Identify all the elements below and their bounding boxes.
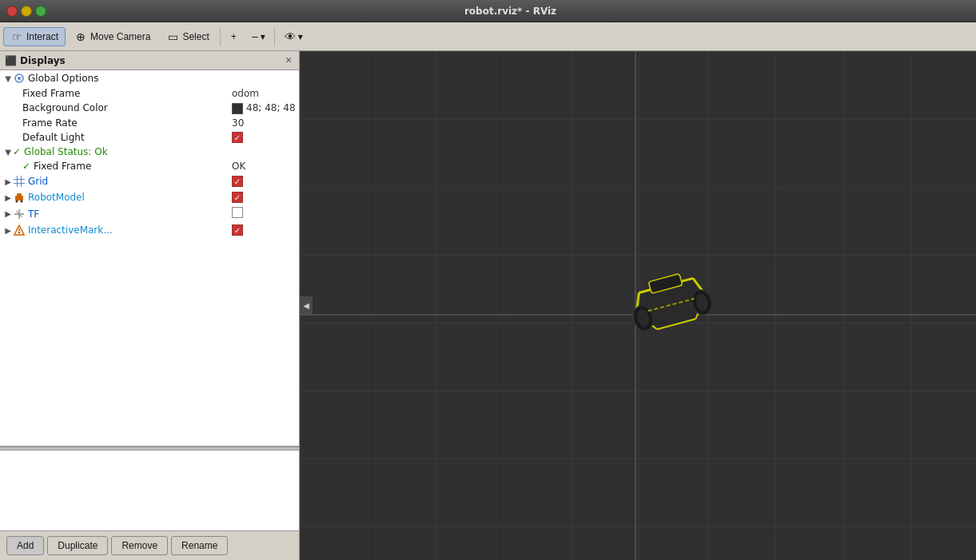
- gs-fixed-frame-check: ✓: [22, 161, 34, 172]
- properties-panel: [0, 451, 299, 530]
- robot-model-enabled-checkbox[interactable]: ✓: [232, 192, 243, 203]
- global-status-item[interactable]: ▼ ✓ Global Status: Ok: [0, 145, 299, 159]
- grid-checkbox[interactable]: ✓: [232, 176, 296, 188]
- action-buttons: Add Duplicate Remove Rename: [0, 530, 299, 560]
- svg-point-8: [16, 201, 18, 203]
- dropdown-arrow-2: ▾: [298, 31, 303, 42]
- svg-point-14: [18, 232, 21, 234]
- background-color-item[interactable]: Background Color 48; 48; 48: [0, 101, 299, 116]
- svg-point-1: [18, 77, 21, 80]
- global-status-arrow: ▼: [3, 147, 13, 157]
- displays-header: ⬛ Displays ✕: [0, 51, 299, 70]
- tf-checkbox[interactable]: [232, 207, 296, 220]
- 3d-viewport[interactable]: ◀: [300, 51, 976, 560]
- frame-rate-value[interactable]: 30: [232, 117, 296, 129]
- minus-dropdown[interactable]: − ▾: [245, 28, 271, 46]
- grid-item[interactable]: ▶ Grid ✓: [0, 173, 299, 189]
- rename-button[interactable]: Rename: [171, 536, 228, 555]
- camera-icon: 👁: [284, 30, 297, 43]
- titlebar: robot.rviz* - RViz: [0, 0, 976, 22]
- background-color-label: Background Color: [22, 102, 232, 113]
- global-options-arrow: ▼: [3, 73, 13, 83]
- interactive-markers-item[interactable]: ▶ InteractiveMark... ✓: [0, 222, 299, 238]
- maximize-button[interactable]: [35, 6, 46, 17]
- minimize-button[interactable]: [21, 6, 32, 17]
- global-options-label: Global Options: [28, 73, 299, 84]
- minus-icon: −: [251, 31, 259, 42]
- duplicate-button[interactable]: Duplicate: [47, 536, 108, 555]
- interactive-markers-arrow: ▶: [3, 225, 13, 235]
- tf-label: TF: [28, 209, 232, 220]
- remove-button[interactable]: Remove: [111, 536, 168, 555]
- viewport-collapse-button[interactable]: ◀: [300, 296, 313, 316]
- interact-button[interactable]: ☞ Interact: [3, 27, 66, 46]
- select-label: Select: [182, 31, 209, 42]
- default-light-checkbox[interactable]: ✓: [232, 132, 243, 143]
- interact-label: Interact: [26, 31, 58, 42]
- separator-1: [220, 27, 221, 46]
- background-color-value[interactable]: 48; 48; 48: [232, 102, 296, 114]
- frame-rate-item[interactable]: Frame Rate 30: [0, 116, 299, 130]
- displays-close-button[interactable]: ✕: [283, 55, 294, 66]
- interact-icon: ☞: [10, 30, 23, 43]
- default-light-value[interactable]: ✓: [232, 132, 296, 144]
- tf-enabled-checkbox[interactable]: [232, 207, 243, 218]
- toolbar: ☞ Interact ⊕ Move Camera ▭ Select + − ▾ …: [0, 22, 976, 51]
- grid-icon: [13, 175, 26, 188]
- left-panel: ⬛ Displays ✕ ▼ Global Options Fixed Fram…: [0, 51, 300, 560]
- add-display-button[interactable]: +: [224, 28, 244, 46]
- add-button[interactable]: Add: [6, 536, 44, 555]
- interactive-markers-checkbox[interactable]: ✓: [232, 224, 296, 236]
- interactive-markers-icon: [13, 224, 26, 236]
- displays-title-container: ⬛ Displays: [5, 55, 66, 66]
- move-camera-button[interactable]: ⊕ Move Camera: [67, 27, 157, 46]
- robot-model-icon: [13, 191, 26, 204]
- select-icon: ▭: [166, 30, 179, 43]
- tf-arrow: ▶: [3, 209, 13, 219]
- default-light-item[interactable]: Default Light ✓: [0, 130, 299, 145]
- main-layout: ⬛ Displays ✕ ▼ Global Options Fixed Fram…: [0, 51, 976, 560]
- fixed-frame-value[interactable]: odom: [232, 88, 296, 99]
- select-button[interactable]: ▭ Select: [159, 27, 216, 46]
- close-button[interactable]: [6, 6, 18, 17]
- separator-2: [274, 27, 275, 46]
- move-camera-label: Move Camera: [90, 31, 150, 42]
- interactive-markers-enabled-checkbox[interactable]: ✓: [232, 224, 243, 236]
- fixed-frame-item[interactable]: Fixed Frame odom: [0, 86, 299, 101]
- global-status-check: ✓: [13, 146, 24, 157]
- frame-rate-label: Frame Rate: [22, 117, 232, 129]
- tf-icon: [13, 208, 26, 220]
- color-swatch: [232, 103, 243, 114]
- svg-point-9: [21, 201, 23, 203]
- displays-tree: ▼ Global Options Fixed Frame odom Backgr…: [0, 70, 299, 447]
- gs-fixed-frame-label: Fixed Frame: [34, 161, 232, 172]
- svg-rect-7: [17, 193, 22, 197]
- fixed-frame-label: Fixed Frame: [22, 88, 232, 99]
- robot-model-arrow: ▶: [3, 193, 13, 202]
- add-icon: +: [231, 31, 237, 42]
- window-controls: [6, 6, 46, 17]
- gs-fixed-frame-item[interactable]: ✓ Fixed Frame OK: [0, 159, 299, 173]
- robot-model-label: RobotModel: [28, 192, 232, 203]
- interactive-markers-label: InteractiveMark...: [28, 224, 232, 236]
- tf-item[interactable]: ▶ TF: [0, 205, 299, 222]
- default-light-label: Default Light: [22, 132, 232, 143]
- robot-model-item[interactable]: ▶ RobotModel ✓: [0, 189, 299, 205]
- global-status-label: Global Status: Ok: [24, 146, 299, 157]
- displays-title-text: Displays: [20, 55, 66, 66]
- camera-dropdown[interactable]: 👁 ▾: [278, 27, 309, 46]
- window-title: robot.rviz* - RViz: [51, 6, 970, 17]
- global-options-item[interactable]: ▼ Global Options: [0, 70, 299, 86]
- robot-model-checkbox[interactable]: ✓: [232, 192, 296, 204]
- grid-label: Grid: [28, 176, 232, 187]
- move-camera-icon: ⊕: [74, 30, 87, 43]
- dropdown-arrow-1: ▾: [261, 31, 265, 42]
- global-options-icon: [13, 72, 26, 85]
- displays-icon: ⬛: [5, 55, 17, 66]
- gs-fixed-frame-value: OK: [232, 161, 296, 172]
- grid-arrow: ▶: [3, 177, 13, 186]
- grid-enabled-checkbox[interactable]: ✓: [232, 176, 243, 187]
